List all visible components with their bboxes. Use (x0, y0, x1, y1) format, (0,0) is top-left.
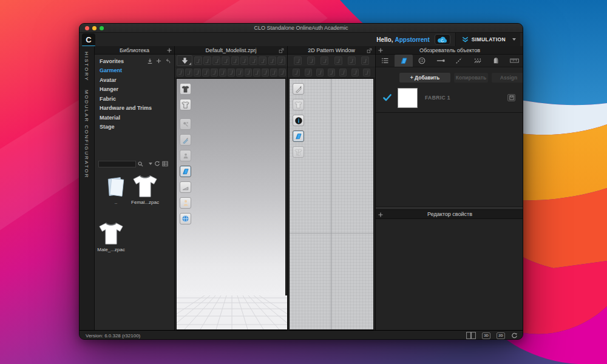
pen-tool-icon[interactable] (293, 83, 304, 95)
toolbar-button[interactable] (351, 69, 359, 76)
fabric-swatch[interactable] (398, 88, 418, 108)
library-item-material[interactable]: Material (95, 113, 174, 123)
toolbar-button[interactable] (194, 56, 202, 65)
library-item-avatar[interactable]: Avatar (95, 75, 174, 85)
toolbar-button[interactable] (348, 56, 356, 65)
toolbar-button[interactable] (177, 69, 184, 76)
copy-fabric-button[interactable]: Копировать (454, 73, 488, 83)
library-item-hardware-and-trims[interactable]: Hardware and Trims (95, 104, 174, 113)
toolbar-button[interactable] (228, 69, 235, 76)
toolbar-button[interactable] (194, 69, 201, 76)
show-wedge-icon[interactable] (180, 181, 191, 193)
split-view-icon[interactable] (466, 332, 476, 339)
show-mannequin-icon[interactable] (180, 197, 191, 209)
tab-trim[interactable] (487, 55, 506, 67)
assign-fabric-button[interactable]: Assign (492, 73, 523, 83)
cloud-sync-button[interactable] (435, 34, 450, 45)
file-item-female-garment[interactable]: Femal...zpac (131, 174, 160, 205)
toolbar-button[interactable] (307, 56, 315, 65)
toolbar-button[interactable] (328, 69, 335, 76)
toolbar-button[interactable] (240, 56, 248, 65)
view-2d-button[interactable]: 2D (497, 332, 505, 339)
viewport-2d-canvas[interactable] (289, 78, 374, 330)
check-icon[interactable] (383, 94, 392, 101)
toolbar-button[interactable] (361, 56, 369, 65)
search-icon[interactable] (138, 161, 143, 167)
refresh-icon[interactable] (154, 161, 160, 167)
file-item-parent-folder[interactable]: .. (101, 175, 131, 205)
toolbar-button[interactable] (262, 69, 269, 76)
tab-puckering[interactable] (469, 55, 487, 67)
library-item-hanger[interactable]: Hanger (95, 85, 174, 95)
back-arrow-icon[interactable] (164, 58, 171, 64)
show-garment-style-icon[interactable] (180, 99, 191, 110)
toolbar-button[interactable] (339, 69, 347, 76)
toolbar-button[interactable] (202, 69, 209, 76)
toolbar-button[interactable] (320, 56, 328, 65)
viewport-3d-canvas[interactable] (176, 78, 286, 330)
toolbar-button[interactable] (259, 56, 266, 65)
show-pins-icon[interactable] (180, 118, 191, 130)
toolbar-button[interactable] (279, 69, 286, 76)
toolbar-button[interactable] (185, 69, 192, 76)
toolbar-button[interactable] (219, 69, 226, 76)
toolbar-button[interactable] (277, 56, 285, 65)
toolbar-button[interactable] (363, 69, 370, 76)
toolbar-button[interactable] (212, 56, 220, 65)
file-item-male-garment[interactable]: Male_...zpac (97, 221, 126, 252)
show-avatar-small-icon[interactable] (180, 150, 191, 161)
show-3d-pen-icon[interactable] (180, 134, 191, 146)
panel-move-icon[interactable] (378, 48, 383, 53)
show-garment-icon[interactable] (180, 83, 191, 95)
toolbar-button[interactable] (316, 69, 324, 76)
search-options-caret[interactable] (149, 163, 152, 165)
panel-move-icon[interactable] (378, 212, 383, 217)
refresh-icon[interactable] (511, 332, 518, 339)
download-icon[interactable] (147, 58, 153, 64)
simulation-dropdown-caret[interactable] (512, 38, 516, 41)
tab-zipper[interactable] (432, 55, 450, 67)
tab-topstitch[interactable] (450, 55, 469, 67)
toolbar-button[interactable] (294, 56, 302, 65)
popout-icon[interactable] (279, 48, 284, 53)
popout-icon[interactable] (367, 48, 372, 53)
view-mode-icon[interactable] (162, 161, 168, 167)
library-item-favorites[interactable]: Favorites (95, 56, 174, 66)
pattern-tool-icon[interactable] (293, 130, 304, 142)
toolbar-button[interactable] (222, 56, 229, 65)
toolbar-button[interactable] (211, 69, 218, 76)
toolbar-button[interactable] (253, 69, 260, 76)
library-item-garment[interactable]: Garment (95, 66, 174, 76)
view-3d-button[interactable]: 3D (482, 332, 490, 339)
simulate-drop-button[interactable] (177, 55, 192, 66)
tab-scene-list[interactable] (376, 55, 395, 67)
grid-shirt-tool-icon[interactable] (293, 146, 304, 158)
library-item-fabric[interactable]: Fabric (95, 94, 174, 104)
toolbar-button[interactable] (305, 69, 312, 76)
save-fabric-icon[interactable] (507, 94, 515, 101)
toolbar-button[interactable] (249, 56, 257, 65)
clo-logo[interactable]: C (82, 33, 95, 46)
panel-move-icon[interactable] (167, 48, 172, 53)
simulation-button[interactable]: SIMULATION (455, 33, 520, 46)
tab-measure[interactable] (506, 55, 524, 67)
search-input[interactable] (98, 161, 136, 167)
tab-button[interactable] (413, 55, 432, 67)
toolbar-button[interactable] (270, 69, 277, 76)
toolbar-button[interactable] (236, 69, 243, 76)
toolbar-button[interactable] (268, 56, 276, 65)
add-fabric-button[interactable]: + Добавить (399, 73, 450, 83)
tab-modular-configurator[interactable]: MODULAR CONFIGURATOR (84, 90, 89, 178)
tab-fabric[interactable] (395, 55, 413, 67)
fabric-list-item[interactable]: FABRIC 1 (376, 87, 523, 109)
library-item-stage[interactable]: Stage (95, 123, 174, 132)
tab-history[interactable]: HISTORY (84, 52, 89, 81)
show-globe-icon[interactable] (180, 213, 191, 224)
toolbar-button[interactable] (231, 56, 239, 65)
toolbar-button[interactable] (203, 56, 211, 65)
toolbar-button[interactable] (293, 69, 300, 76)
add-icon[interactable] (156, 58, 161, 64)
shirt-tool-icon[interactable] (293, 99, 304, 110)
username-link[interactable]: Appstorrent (395, 36, 430, 43)
toolbar-button[interactable] (245, 69, 252, 76)
